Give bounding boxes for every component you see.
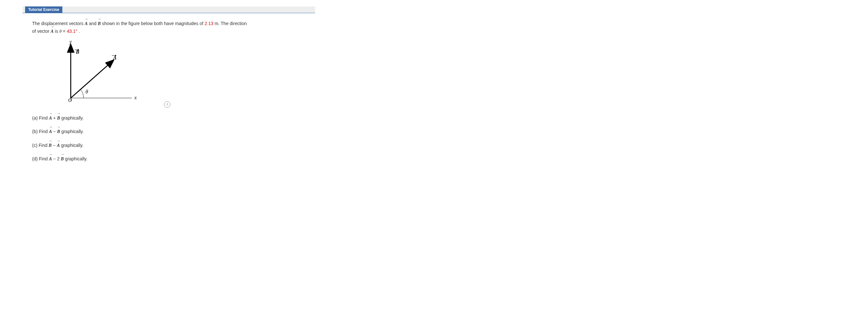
part-b: (b) Find A − B graphically.	[32, 128, 305, 135]
problem-statement: The displacement vectors A and B shown i…	[32, 20, 305, 35]
vector-symbol: B	[57, 114, 60, 122]
content-area: The displacement vectors A and B shown i…	[23, 13, 315, 175]
part-d: (d) Find A − 2 B graphically.	[32, 155, 305, 163]
exercise-container: Tutorial Exercise The displacement vecto…	[23, 6, 315, 175]
section-title: Tutorial Exercise	[25, 6, 62, 13]
vector-symbol: A	[49, 155, 52, 163]
text: shown in the figure below both have magn…	[102, 21, 205, 26]
part-d-label: (d) Find	[32, 156, 49, 161]
operator: −	[53, 143, 57, 148]
text: graphically.	[61, 129, 84, 134]
figure-container: O x y B A θ i	[58, 40, 170, 108]
vector-symbol: B	[49, 141, 52, 149]
part-b-label: (b) Find	[32, 129, 49, 134]
text: =	[63, 29, 67, 34]
theta-symbol: θ	[60, 29, 62, 34]
part-c: (c) Find B − A graphically.	[32, 141, 305, 149]
vector-symbol: A	[49, 128, 52, 135]
vector-symbol: A	[49, 114, 52, 122]
part-a-label: (a) Find	[32, 116, 49, 121]
text: .	[79, 29, 80, 34]
text: The displacement vectors	[32, 21, 85, 26]
operator: − 2	[53, 156, 60, 161]
svg-text:y: y	[69, 40, 72, 45]
text: m. The direction	[214, 21, 247, 26]
text: graphically.	[61, 116, 84, 121]
part-a: (a) Find A + B graphically.	[32, 114, 305, 122]
magnitude-value: 2.13	[205, 21, 213, 26]
svg-line-4	[71, 61, 113, 98]
vector-b-symbol: B	[98, 20, 101, 27]
vector-symbol: B	[57, 128, 60, 135]
svg-text:θ: θ	[86, 89, 88, 95]
text: of vector	[32, 29, 51, 34]
vector-symbol: B	[61, 155, 64, 163]
origin-label: O	[68, 97, 72, 103]
info-icon[interactable]: i	[164, 101, 170, 108]
part-c-label: (c) Find	[32, 143, 49, 148]
text: graphically.	[65, 156, 88, 161]
angle-value: 43.1°	[67, 29, 78, 34]
text: and	[89, 21, 98, 26]
vector-figure: O x y B A θ	[58, 40, 148, 108]
svg-text:x: x	[134, 95, 136, 100]
text: is	[55, 29, 60, 34]
operator: +	[53, 116, 57, 121]
question-parts: (a) Find A + B graphically. (b) Find A −…	[32, 114, 305, 163]
section-header: Tutorial Exercise	[23, 6, 315, 13]
vector-symbol: A	[57, 141, 60, 149]
operator: −	[53, 129, 57, 134]
text: graphically.	[61, 143, 84, 148]
vector-a-symbol: A	[85, 20, 88, 27]
vector-a-symbol: A	[51, 27, 54, 35]
